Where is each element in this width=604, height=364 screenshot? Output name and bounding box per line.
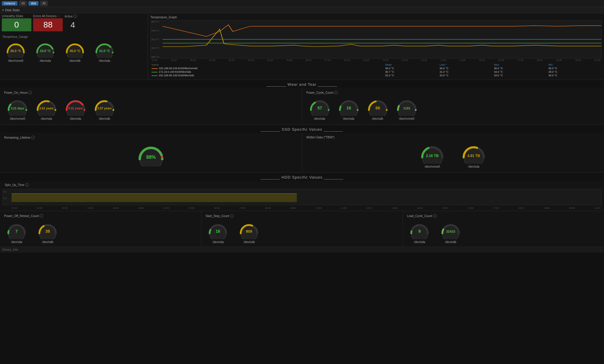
wd-gauge-nvme0: 2.16 TB /dev/nvme0 — [417, 143, 447, 168]
instance-filter[interactable]: instance — [2, 1, 17, 6]
chevron-icon: ▾ — [2, 9, 4, 12]
wear-and-tear-divider: ________ Wear and Tear ________ — [0, 80, 604, 88]
active-label: Active i — [65, 14, 81, 18]
temp-graph-area: 36.0 °C 34.0 °C 32.0 °C 30.0 °C 28.0 °C — [150, 20, 602, 59]
svg-text:57: 57 — [317, 106, 322, 110]
spin-time-axis: 22:0023:0000:0001:0002:00 03:0004:0005:0… — [2, 206, 602, 210]
temp-graph-panel: Temperature_Graph 36.0 °C 34.0 °C 32.0 °… — [148, 13, 604, 80]
svg-text:3.57 years: 3.57 years — [97, 107, 112, 110]
ssd-divider: ________ SSD Specific Values ________ — [0, 125, 604, 133]
svg-text:66: 66 — [375, 106, 380, 110]
svg-rect-30 — [12, 193, 297, 202]
poh-gauges: 3.21 days /dev/nvme0 3.61 years /dev/sda — [2, 96, 300, 123]
temp-gauge-sda2-svg: 31.0 °C — [91, 40, 118, 58]
wd-nvme0-label: /dev/nvme0 — [425, 165, 440, 168]
svg-text:1181: 1181 — [403, 106, 410, 110]
errors-all-devices-box: Errors All Devices ↗ 88 — [33, 14, 63, 32]
temp-gauge-label: Temperture_Gauge — [2, 35, 145, 38]
svg-text:38: 38 — [45, 229, 50, 234]
lcc-info-icon[interactable]: i — [433, 214, 437, 218]
start-stop-count-panel: Start_Stop_Count i 16 /dev/sda — [201, 211, 403, 247]
active-value: 4 — [65, 19, 81, 32]
power-off-retract-panel: Power_Off_Retract_Count i 7 /dev/sda — [0, 211, 201, 247]
pcc-info-icon[interactable]: i — [334, 91, 338, 94]
written-data-panel: Written Data (*TBW*) 2.16 TB /dev/nvme0 — [302, 133, 604, 172]
pcc-gauge-sdb: 66 /dev/sdb — [364, 97, 391, 120]
por-sdb-label: /dev/sdb — [42, 240, 54, 244]
pcc-gauge-nvme0: 1181 /dev/nvme0 — [393, 97, 420, 120]
pcc-gauges: 57 /dev/sda 16 /dev/sda — [304, 96, 603, 123]
wd-sda-label: /dev/sda — [468, 165, 479, 168]
svg-text:33.0 °C: 33.0 °C — [40, 49, 51, 53]
svg-text:88%: 88% — [146, 155, 156, 160]
svg-text:2.16 TB: 2.16 TB — [426, 154, 439, 158]
instance-all-dropdown[interactable]: All — [19, 1, 27, 6]
por-sda-label: /dev/sda — [11, 240, 23, 244]
pcc-sda2-label: /dev/sda — [343, 117, 354, 120]
svg-text:4.91 TB: 4.91 TB — [468, 154, 480, 158]
rl-title: Remaining_Lifetime i — [2, 135, 300, 140]
remaining-lifetime-panel: Remaining_Lifetime i 88% — [0, 133, 302, 172]
unhealthy-disks-box: Unhealthy Disks 0 — [2, 14, 31, 32]
active-box: Active i 4 — [65, 14, 81, 32]
svg-text:36.0 °C: 36.0 °C — [10, 49, 21, 53]
ssc-sdb-label: /dev/sdb — [244, 240, 255, 244]
svg-text:3.21 days: 3.21 days — [11, 107, 24, 110]
pcc-sda1-label: /dev/sda — [314, 117, 325, 120]
temp-legend-table: Name Mean Last * Max Min 192.168.99.226:… — [150, 63, 602, 77]
poh-nvme0-label: /dev/nvme0 — [10, 117, 25, 120]
svg-text:31.0 °C: 31.0 °C — [99, 49, 110, 53]
spin-info-icon[interactable]: i — [25, 183, 29, 187]
lcc-title: Load_Cycle_Count i — [405, 213, 602, 219]
poh-sda1-label: /dev/sda — [41, 117, 52, 120]
temp-gauge-sdb-label: /dev/sdb — [69, 59, 81, 62]
poh-gauge-nvme0: 3.21 days /dev/nvme0 — [4, 97, 31, 120]
lcc-gauges: 9 /dev/sda 32433 /dev/sdb — [405, 219, 602, 245]
por-title: Power_Off_Retract_Count i — [2, 213, 199, 219]
stats-row: Unhealthy Disks 0 Errors All Devices ↗ 8… — [0, 13, 148, 33]
svg-text:7: 7 — [15, 229, 18, 234]
poh-sda2-label: /dev/sda — [70, 117, 81, 120]
rl-gauges: 88% — [2, 140, 300, 169]
por-info-icon[interactable]: i — [40, 214, 43, 218]
power-on-hours-title: Power_On_Hours i — [2, 90, 300, 96]
device-info-dots[interactable]: ⋮ — [599, 248, 602, 251]
poh-info-icon[interactable]: i — [28, 91, 32, 94]
poh-sdb-label: /dev/sdb — [99, 117, 110, 120]
pcc-nvme0-label: /dev/nvme0 — [399, 117, 415, 120]
unhealthy-disks-label: Unhealthy Disks — [2, 14, 31, 18]
ssc-gauge-sda: 16 /dev/sda — [205, 220, 231, 244]
wear-tear-row: Power_On_Hours i 3.21 days /dev/nvme0 — [0, 88, 604, 125]
hdd-divider: ________ HDD Specific Values ________ — [0, 173, 604, 181]
svg-text:909: 909 — [246, 229, 252, 234]
temp-gauge-sdb: 36.0 °C /dev/sdb — [62, 40, 88, 62]
temp-gauge-nvme0: 36.0 °C /dev/nvme0 — [2, 40, 29, 62]
temp-graph-svg — [163, 20, 601, 58]
topbar: instance All disk All — [0, 0, 604, 7]
rl-info-icon[interactable]: i — [31, 136, 35, 139]
por-gauges: 7 /dev/sda 38 /dev/sdb — [2, 219, 199, 245]
svg-text:16: 16 — [346, 106, 351, 110]
pcc-sdb-label: /dev/sdb — [372, 117, 383, 120]
poh-gauge-sda2: 4.31 years /dev/sda — [62, 97, 89, 120]
disk-all-dropdown[interactable]: All — [40, 1, 48, 6]
errors-label: Errors All Devices ↗ — [33, 14, 63, 18]
svg-text:3.61 years: 3.61 years — [39, 107, 54, 110]
temp-time-axis: 22:0023:0000:0001:0002:00 03:0004:0005:0… — [150, 59, 602, 62]
ssc-gauge-sdb: 909 /dev/sdb — [237, 220, 262, 244]
poh-gauge-sdb: 3.57 years /dev/sdb — [91, 97, 118, 120]
svg-text:4.31 years: 4.31 years — [68, 107, 83, 110]
external-link-icon[interactable]: ↗ — [57, 15, 60, 18]
por-gauge-sda: 7 /dev/sda — [4, 220, 29, 244]
ssc-info-icon[interactable]: i — [230, 214, 234, 218]
disk-stats-title: Disk Stats — [5, 8, 20, 12]
svg-text:32433: 32433 — [446, 230, 455, 233]
disk-filter[interactable]: disk — [28, 1, 38, 6]
ssc-title: Start_Stop_Count i — [203, 213, 401, 219]
bottom-three-col: Power_Off_Retract_Count i 7 /dev/sda — [0, 211, 604, 247]
active-info-icon[interactable]: i — [73, 14, 77, 18]
temp-gauge-sda2-label: /dev/sda — [99, 59, 110, 62]
ssc-sda-label: /dev/sda — [213, 240, 224, 244]
temp-gauge-nvme0-label: /dev/nvme0 — [8, 59, 23, 62]
lcc-sdb-label: /dev/sdb — [445, 240, 456, 244]
